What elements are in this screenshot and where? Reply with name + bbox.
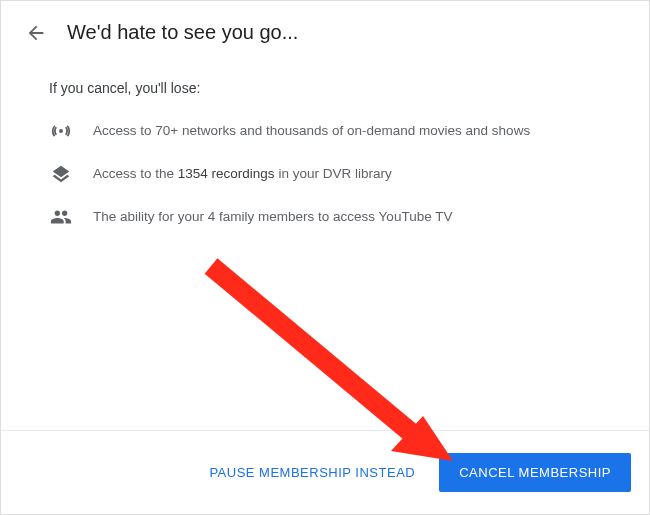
pause-membership-button[interactable]: PAUSE MEMBERSHIP INSTEAD <box>195 455 429 490</box>
benefit-row-family: The ability for your 4 family members to… <box>49 206 601 228</box>
benefit-text-recordings: Access to the 1354 recordings in your DV… <box>93 165 392 184</box>
svg-point-0 <box>59 129 63 133</box>
subtitle: If you cancel, you'll lose: <box>49 80 601 96</box>
layers-icon <box>49 164 73 184</box>
dialog-footer: PAUSE MEMBERSHIP INSTEAD CANCEL MEMBERSH… <box>1 430 649 514</box>
people-icon <box>49 206 73 228</box>
benefit-text-family: The ability for your 4 family members to… <box>93 208 452 227</box>
svg-line-2 <box>211 266 421 441</box>
dialog-content: If you cancel, you'll lose: Access to 70… <box>1 56 649 228</box>
back-arrow-icon[interactable] <box>25 22 47 44</box>
broadcast-icon <box>49 120 73 142</box>
cancel-membership-button[interactable]: CANCEL MEMBERSHIP <box>439 453 631 492</box>
page-title: We'd hate to see you go... <box>67 21 298 44</box>
benefit-text-networks: Access to 70+ networks and thousands of … <box>93 122 530 141</box>
benefit-row-recordings: Access to the 1354 recordings in your DV… <box>49 164 601 184</box>
benefit-row-networks: Access to 70+ networks and thousands of … <box>49 120 601 142</box>
dialog-header: We'd hate to see you go... <box>1 1 649 56</box>
